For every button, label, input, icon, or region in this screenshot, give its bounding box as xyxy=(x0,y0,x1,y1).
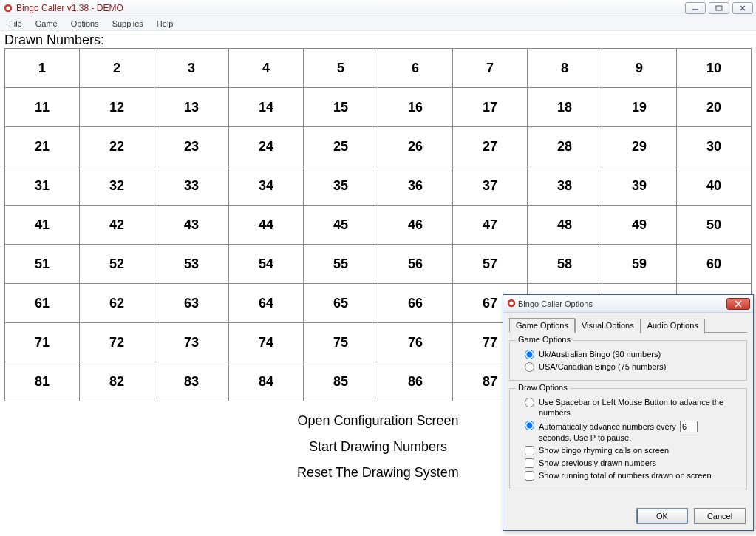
number-cell-51[interactable]: 51 xyxy=(5,245,80,284)
menu-file[interactable]: File xyxy=(3,18,28,30)
number-cell-85[interactable]: 85 xyxy=(304,362,378,401)
number-cell-64[interactable]: 64 xyxy=(229,284,304,323)
number-cell-14[interactable]: 14 xyxy=(229,88,304,127)
number-cell-31[interactable]: 31 xyxy=(5,166,80,206)
number-cell-35[interactable]: 35 xyxy=(304,166,378,206)
number-cell-58[interactable]: 58 xyxy=(528,245,602,284)
number-cell-10[interactable]: 10 xyxy=(677,49,752,88)
number-cell-48[interactable]: 48 xyxy=(528,206,602,245)
number-cell-11[interactable]: 11 xyxy=(5,88,80,127)
number-cell-38[interactable]: 38 xyxy=(528,166,602,206)
menu-help[interactable]: Help xyxy=(151,18,180,30)
number-cell-16[interactable]: 16 xyxy=(378,88,453,127)
number-cell-15[interactable]: 15 xyxy=(304,88,378,127)
number-cell-17[interactable]: 17 xyxy=(453,88,528,127)
number-cell-72[interactable]: 72 xyxy=(80,323,154,362)
number-cell-62[interactable]: 62 xyxy=(80,284,154,323)
number-cell-81[interactable]: 81 xyxy=(5,362,80,401)
radio-usa-bingo[interactable]: USA/Canadian Bingo (75 numbers) xyxy=(525,362,740,372)
tab-audio-options[interactable]: Audio Options xyxy=(641,319,705,333)
number-cell-21[interactable]: 21 xyxy=(5,127,80,166)
radio-usa-bingo-input[interactable] xyxy=(525,362,534,372)
number-cell-23[interactable]: 23 xyxy=(154,127,229,166)
number-cell-57[interactable]: 57 xyxy=(453,245,528,284)
number-cell-42[interactable]: 42 xyxy=(80,206,154,245)
number-cell-43[interactable]: 43 xyxy=(154,206,229,245)
number-cell-53[interactable]: 53 xyxy=(154,245,229,284)
close-button[interactable] xyxy=(732,2,753,14)
number-cell-59[interactable]: 59 xyxy=(602,245,677,284)
number-cell-24[interactable]: 24 xyxy=(229,127,304,166)
check-show-rhyming[interactable]: Show bingo rhyming calls on screen xyxy=(525,445,740,455)
radio-manual-advance-input[interactable] xyxy=(525,398,534,407)
number-cell-75[interactable]: 75 xyxy=(304,323,378,362)
check-show-prev-input[interactable] xyxy=(525,458,534,468)
number-cell-7[interactable]: 7 xyxy=(453,49,528,88)
number-cell-40[interactable]: 40 xyxy=(677,166,752,206)
number-cell-50[interactable]: 50 xyxy=(677,206,752,245)
number-cell-52[interactable]: 52 xyxy=(80,245,154,284)
number-cell-47[interactable]: 47 xyxy=(453,206,528,245)
number-cell-45[interactable]: 45 xyxy=(304,206,378,245)
number-cell-83[interactable]: 83 xyxy=(154,362,229,401)
number-cell-33[interactable]: 33 xyxy=(154,166,229,206)
reset-drawing-button[interactable]: Reset The Drawing System xyxy=(290,464,466,482)
number-cell-39[interactable]: 39 xyxy=(602,166,677,206)
auto-advance-seconds-input[interactable] xyxy=(680,421,698,432)
number-cell-44[interactable]: 44 xyxy=(229,206,304,245)
number-cell-82[interactable]: 82 xyxy=(80,362,154,401)
number-cell-84[interactable]: 84 xyxy=(229,362,304,401)
check-show-total-input[interactable] xyxy=(525,471,534,481)
number-cell-74[interactable]: 74 xyxy=(229,323,304,362)
number-cell-3[interactable]: 3 xyxy=(154,49,229,88)
number-cell-56[interactable]: 56 xyxy=(378,245,453,284)
start-drawing-button[interactable]: Start Drawing Numbers xyxy=(302,438,454,456)
number-cell-37[interactable]: 37 xyxy=(453,166,528,206)
ok-button[interactable]: OK xyxy=(636,508,688,524)
number-cell-6[interactable]: 6 xyxy=(378,49,453,88)
tab-game-options[interactable]: Game Options xyxy=(509,318,575,333)
number-cell-49[interactable]: 49 xyxy=(602,206,677,245)
number-cell-55[interactable]: 55 xyxy=(304,245,378,284)
menu-supplies[interactable]: Supplies xyxy=(106,18,149,30)
number-cell-65[interactable]: 65 xyxy=(304,284,378,323)
number-cell-46[interactable]: 46 xyxy=(378,206,453,245)
number-cell-1[interactable]: 1 xyxy=(5,49,80,88)
number-cell-28[interactable]: 28 xyxy=(528,127,602,166)
number-cell-13[interactable]: 13 xyxy=(154,88,229,127)
number-cell-4[interactable]: 4 xyxy=(229,49,304,88)
number-cell-22[interactable]: 22 xyxy=(80,127,154,166)
number-cell-34[interactable]: 34 xyxy=(229,166,304,206)
radio-auto-advance[interactable]: Automatically advance numbers every seco… xyxy=(525,420,740,443)
number-cell-36[interactable]: 36 xyxy=(378,166,453,206)
radio-uk-bingo-input[interactable] xyxy=(525,350,534,359)
number-cell-54[interactable]: 54 xyxy=(229,245,304,284)
number-cell-25[interactable]: 25 xyxy=(304,127,378,166)
menu-options[interactable]: Options xyxy=(65,18,105,30)
number-cell-41[interactable]: 41 xyxy=(5,206,80,245)
number-cell-12[interactable]: 12 xyxy=(80,88,154,127)
number-cell-60[interactable]: 60 xyxy=(677,245,752,284)
number-cell-86[interactable]: 86 xyxy=(378,362,453,401)
number-cell-73[interactable]: 73 xyxy=(154,323,229,362)
number-cell-30[interactable]: 30 xyxy=(677,127,752,166)
number-cell-61[interactable]: 61 xyxy=(5,284,80,323)
number-cell-19[interactable]: 19 xyxy=(602,88,677,127)
number-cell-32[interactable]: 32 xyxy=(80,166,154,206)
minimize-button[interactable] xyxy=(685,2,706,14)
number-cell-2[interactable]: 2 xyxy=(80,49,154,88)
number-cell-76[interactable]: 76 xyxy=(378,323,453,362)
open-config-button[interactable]: Open Configuration Screen xyxy=(290,412,466,430)
number-cell-5[interactable]: 5 xyxy=(304,49,378,88)
check-show-rhyming-input[interactable] xyxy=(525,446,534,455)
tab-visual-options[interactable]: Visual Options xyxy=(575,319,641,333)
check-show-prev[interactable]: Show previously drawn numbers xyxy=(525,458,740,468)
number-cell-26[interactable]: 26 xyxy=(378,127,453,166)
number-cell-9[interactable]: 9 xyxy=(602,49,677,88)
maximize-button[interactable] xyxy=(709,2,729,14)
cancel-button[interactable]: Cancel xyxy=(694,508,746,524)
radio-uk-bingo[interactable]: Uk/Australian Bingo (90 numbers) xyxy=(525,349,740,359)
check-show-total[interactable]: Show running total of numbers drawn on s… xyxy=(525,470,740,481)
dialog-close-button[interactable] xyxy=(726,298,750,310)
number-cell-27[interactable]: 27 xyxy=(453,127,528,166)
